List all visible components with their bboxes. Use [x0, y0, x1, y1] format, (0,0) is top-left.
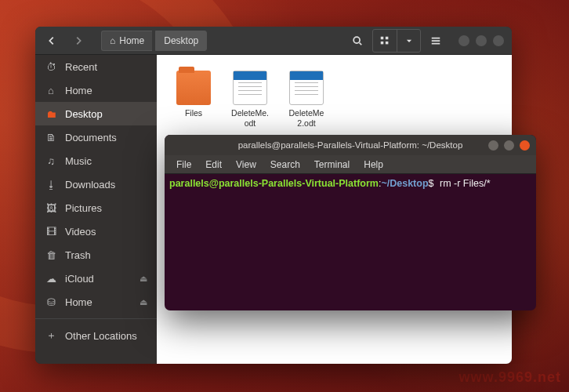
sidebar-item-label: Desktop [65, 108, 103, 120]
terminal-minimize-button[interactable] [488, 140, 498, 151]
sidebar-icon: 🗑 [45, 249, 57, 261]
sidebar-item-label: Other Locations [65, 330, 137, 342]
sidebar-item-label: Pictures [65, 202, 102, 214]
close-button[interactable] [493, 35, 504, 46]
svg-rect-1 [381, 36, 384, 39]
sidebar-item-pictures[interactable]: 🖼Pictures [35, 196, 157, 220]
sidebar-item-label: Documents [65, 132, 117, 143]
sidebar-item-icloud[interactable]: ☁iCloud⏏ [35, 267, 157, 290]
sidebar-item-label: Home [65, 85, 92, 96]
maximize-button[interactable] [476, 35, 487, 46]
terminal-titlebar[interactable]: parallels@parallels-Parallels-Virtual-Pl… [165, 135, 536, 155]
sidebar-item-label: iCloud [65, 273, 94, 285]
terminal-menu-search[interactable]: Search [265, 158, 306, 172]
minimize-button[interactable] [458, 35, 469, 46]
file-label: DeleteMe2.odt [287, 108, 326, 128]
doc-icon [289, 71, 324, 105]
sidebar-item-label: Home [65, 296, 92, 308]
svg-rect-4 [386, 41, 389, 44]
sidebar-item-label: Music [65, 155, 92, 167]
terminal-menubar: FileEditViewSearchTerminalHelp [165, 155, 536, 174]
sidebar-other-locations[interactable]: ＋Other Locations [35, 324, 157, 347]
sidebar-icon: ⌂ [45, 85, 57, 96]
terminal-menu-help[interactable]: Help [358, 158, 389, 172]
eject-icon[interactable]: ⏏ [140, 297, 147, 307]
doc-icon [233, 71, 267, 105]
watermark-text: www.9969.net [459, 369, 561, 386]
sidebar-separator [35, 318, 157, 319]
terminal-maximize-button[interactable] [504, 140, 514, 151]
nav-forward-button[interactable] [67, 30, 90, 52]
prompt-command: rm -r Files/* [440, 178, 491, 189]
terminal-body[interactable]: parallels@parallels-Parallels-Virtual-Pl… [165, 174, 536, 310]
view-dropdown-button[interactable] [397, 30, 420, 52]
sidebar-item-label: Downloads [65, 179, 115, 191]
folder-icon [176, 71, 211, 105]
sidebar-item-downloads[interactable]: ⭳Downloads [35, 172, 157, 196]
plus-icon: ＋ [45, 328, 57, 343]
terminal-menu-view[interactable]: View [230, 158, 262, 172]
svg-rect-2 [386, 36, 389, 39]
window-controls [458, 35, 504, 46]
sidebar-icon: 🖿 [45, 108, 57, 120]
view-switcher [372, 29, 421, 53]
sidebar-icon: 🗎 [45, 132, 57, 143]
terminal-window-controls [488, 140, 530, 151]
breadcrumb-current[interactable]: Desktop [155, 31, 207, 51]
prompt-path: ~/Desktop [381, 178, 428, 189]
terminal-title-text: parallels@parallels-Parallels-Virtual-Pl… [238, 140, 463, 150]
search-button[interactable] [346, 30, 369, 52]
files-titlebar[interactable]: ⌂ Home Desktop [35, 27, 512, 55]
sidebar-icon: 🎞 [45, 226, 57, 238]
breadcrumb-home-label: Home [119, 35, 144, 46]
sidebar-item-label: Videos [65, 226, 96, 238]
sidebar-item-trash[interactable]: 🗑Trash [35, 243, 157, 267]
sidebar-item-music[interactable]: ♫Music [35, 149, 157, 172]
terminal-menu-file[interactable]: File [171, 158, 197, 172]
home-icon: ⌂ [110, 35, 115, 46]
file-label: DeleteMe.odt [230, 108, 270, 128]
sidebar-icon: ⭳ [45, 179, 57, 191]
svg-point-0 [353, 37, 360, 43]
eject-icon[interactable]: ⏏ [140, 274, 147, 284]
hamburger-menu-button[interactable] [424, 30, 448, 52]
prompt-symbol: $ [429, 178, 434, 189]
terminal-close-button[interactable] [520, 140, 530, 151]
file-item[interactable]: Files [171, 67, 216, 130]
breadcrumb-home[interactable]: ⌂ Home [101, 31, 152, 51]
breadcrumb-current-label: Desktop [164, 35, 198, 46]
prompt-user-host: parallels@parallels-Parallels-Virtual-Pl… [169, 178, 379, 189]
file-item[interactable]: DeleteMe2.odt [284, 67, 329, 131]
sidebar-item-home[interactable]: ⌂Home [35, 78, 157, 102]
sidebar-icon: ⏱ [45, 61, 57, 73]
file-item[interactable]: DeleteMe.odt [227, 67, 273, 131]
sidebar-item-home[interactable]: ⛁Home⏏ [35, 290, 157, 314]
sidebar-icon: ☁ [45, 273, 57, 285]
sidebar-item-videos[interactable]: 🎞Videos [35, 220, 157, 243]
sidebar-item-label: Trash [65, 249, 91, 261]
svg-rect-3 [381, 41, 384, 44]
sidebar-item-desktop[interactable]: 🖿Desktop [35, 102, 157, 125]
sidebar-icon: ♫ [45, 155, 57, 167]
terminal-menu-edit[interactable]: Edit [200, 158, 227, 172]
terminal-window: parallels@parallels-Parallels-Virtual-Pl… [165, 135, 536, 310]
sidebar-item-label: Recent [65, 61, 97, 73]
sidebar-icon: ⛁ [45, 296, 57, 308]
grid-view-button[interactable] [373, 30, 397, 52]
sidebar-item-recent[interactable]: ⏱Recent [35, 55, 157, 78]
files-sidebar: ⏱Recent⌂Home🖿Desktop🗎Documents♫Music⭳Dow… [35, 55, 157, 364]
file-label: Files [185, 108, 202, 127]
nav-back-button[interactable] [40, 30, 63, 52]
sidebar-item-documents[interactable]: 🗎Documents [35, 125, 157, 149]
terminal-menu-terminal[interactable]: Terminal [309, 158, 355, 172]
sidebar-icon: 🖼 [45, 202, 57, 214]
